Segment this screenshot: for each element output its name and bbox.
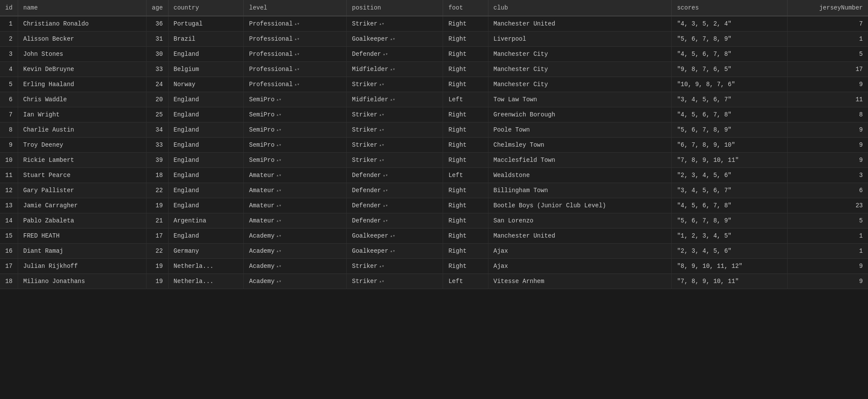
- cell-foot: Right: [443, 213, 488, 228]
- cell-id: 12: [0, 183, 18, 198]
- col-header-age[interactable]: age: [147, 0, 168, 16]
- cell-id: 15: [0, 228, 18, 244]
- cell-name: Jamie Carragher: [18, 198, 147, 213]
- sort-icon[interactable]: ▴▾: [383, 51, 388, 57]
- sort-icon[interactable]: ▴▾: [276, 203, 281, 208]
- col-header-jersey[interactable]: jerseyNumber: [787, 0, 868, 16]
- sort-icon[interactable]: ▴▾: [276, 188, 281, 193]
- sort-icon[interactable]: ▴▾: [276, 218, 281, 223]
- cell-level: SemiPro▴▾: [244, 138, 347, 153]
- cell-scores: "2, 3, 4, 5, 6": [672, 168, 788, 183]
- table-row: 11Stuart Pearce18EnglandAmateur▴▾Defende…: [0, 168, 868, 183]
- sort-icon[interactable]: ▴▾: [390, 36, 395, 42]
- sort-icon[interactable]: ▴▾: [276, 173, 281, 178]
- sort-icon[interactable]: ▴▾: [383, 173, 388, 178]
- sort-icon[interactable]: ▴▾: [294, 67, 300, 72]
- col-header-level[interactable]: level: [244, 0, 347, 16]
- cell-position: Midfielder▴▾: [347, 92, 443, 107]
- cell-age: 22: [147, 244, 168, 259]
- table-row: 18Miliano Jonathans19Netherla...Academy▴…: [0, 274, 868, 289]
- sort-icon[interactable]: ▴▾: [276, 279, 281, 284]
- sort-icon[interactable]: ▴▾: [379, 127, 384, 132]
- cell-id: 5: [0, 77, 18, 92]
- col-header-scores[interactable]: scores: [672, 0, 788, 16]
- cell-club: Billingham Town: [488, 183, 672, 198]
- sort-icon[interactable]: ▴▾: [276, 233, 281, 238]
- cell-country: England: [168, 92, 244, 107]
- sort-icon[interactable]: ▴▾: [379, 158, 384, 163]
- table-row: 10Rickie Lambert39EnglandSemiPro▴▾Strike…: [0, 153, 868, 168]
- cell-age: 25: [147, 107, 168, 122]
- cell-position: Goalkeeper▴▾: [347, 244, 443, 259]
- col-header-country[interactable]: country: [168, 0, 244, 16]
- cell-position: Midfielder▴▾: [347, 62, 443, 77]
- cell-jersey: 7: [787, 16, 868, 32]
- table-row: 12Gary Pallister22EnglandAmateur▴▾Defend…: [0, 183, 868, 198]
- sort-icon[interactable]: ▴▾: [383, 218, 388, 223]
- sort-icon[interactable]: ▴▾: [390, 248, 395, 254]
- sort-icon[interactable]: ▴▾: [276, 248, 281, 254]
- table-container: id name age country level position foot …: [0, 0, 868, 289]
- table-row: 5Erling Haaland24NorwayProfessional▴▾Str…: [0, 77, 868, 92]
- cell-jersey: 17: [787, 62, 868, 77]
- cell-age: 19: [147, 259, 168, 274]
- sort-icon[interactable]: ▴▾: [383, 203, 388, 208]
- cell-level: Professional▴▾: [244, 77, 347, 92]
- cell-position: Striker▴▾: [347, 274, 443, 289]
- sort-icon[interactable]: ▴▾: [390, 97, 395, 102]
- col-header-id[interactable]: id: [0, 0, 18, 16]
- cell-position: Striker▴▾: [347, 107, 443, 122]
- sort-icon[interactable]: ▴▾: [276, 112, 281, 117]
- cell-age: 34: [147, 122, 168, 138]
- sort-icon[interactable]: ▴▾: [276, 264, 281, 269]
- cell-name: FRED HEATH: [18, 228, 147, 244]
- sort-icon[interactable]: ▴▾: [276, 97, 281, 102]
- sort-icon[interactable]: ▴▾: [294, 51, 300, 57]
- cell-foot: Right: [443, 198, 488, 213]
- cell-country: England: [168, 198, 244, 213]
- col-header-foot[interactable]: foot: [443, 0, 488, 16]
- col-header-club[interactable]: club: [488, 0, 672, 16]
- cell-club: Poole Town: [488, 122, 672, 138]
- sort-icon[interactable]: ▴▾: [294, 82, 300, 87]
- col-header-name[interactable]: name: [18, 0, 147, 16]
- cell-name: Troy Deeney: [18, 138, 147, 153]
- table-row: 7Ian Wright25EnglandSemiPro▴▾Striker▴▾Ri…: [0, 107, 868, 122]
- table-row: 13Jamie Carragher19EnglandAmateur▴▾Defen…: [0, 198, 868, 213]
- sort-icon[interactable]: ▴▾: [276, 142, 281, 148]
- sort-icon[interactable]: ▴▾: [379, 82, 384, 87]
- cell-foot: Right: [443, 244, 488, 259]
- cell-jersey: 5: [787, 47, 868, 62]
- cell-scores: "3, 4, 5, 6, 7": [672, 92, 788, 107]
- sort-icon[interactable]: ▴▾: [390, 233, 395, 238]
- cell-club: Manchester City: [488, 77, 672, 92]
- cell-jersey: 9: [787, 77, 868, 92]
- cell-age: 20: [147, 92, 168, 107]
- cell-name: Julian Rijkhoff: [18, 259, 147, 274]
- cell-position: Striker▴▾: [347, 122, 443, 138]
- sort-icon[interactable]: ▴▾: [390, 67, 395, 72]
- sort-icon[interactable]: ▴▾: [379, 21, 384, 26]
- cell-club: Manchester City: [488, 47, 672, 62]
- sort-icon[interactable]: ▴▾: [379, 264, 384, 269]
- cell-club: Vitesse Arnhem: [488, 274, 672, 289]
- sort-icon[interactable]: ▴▾: [379, 112, 384, 117]
- sort-icon[interactable]: ▴▾: [276, 158, 281, 163]
- cell-jersey: 1: [787, 244, 868, 259]
- cell-level: Academy▴▾: [244, 228, 347, 244]
- sort-icon[interactable]: ▴▾: [383, 188, 388, 193]
- cell-level: Professional▴▾: [244, 32, 347, 47]
- cell-id: 3: [0, 47, 18, 62]
- table-row: 8Charlie Austin34EnglandSemiPro▴▾Striker…: [0, 122, 868, 138]
- sort-icon[interactable]: ▴▾: [379, 142, 384, 148]
- cell-scores: "5, 6, 7, 8, 9": [672, 213, 788, 228]
- cell-scores: "4, 5, 6, 7, 8": [672, 198, 788, 213]
- sort-icon[interactable]: ▴▾: [294, 21, 300, 26]
- sort-icon[interactable]: ▴▾: [294, 36, 300, 42]
- sort-icon[interactable]: ▴▾: [379, 279, 384, 284]
- cell-age: 39: [147, 153, 168, 168]
- sort-icon[interactable]: ▴▾: [276, 127, 281, 132]
- cell-foot: Right: [443, 228, 488, 244]
- col-header-position[interactable]: position: [347, 0, 443, 16]
- table-row: 17Julian Rijkhoff19Netherla...Academy▴▾S…: [0, 259, 868, 274]
